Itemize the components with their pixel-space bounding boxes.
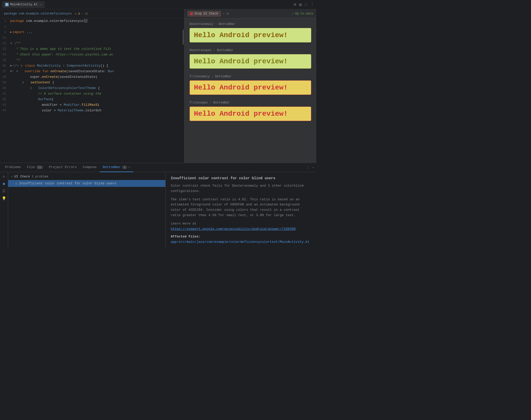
tritanomaly-label: Tritanomaly - BottomBar: [190, 75, 311, 78]
tab-project-errors[interactable]: Project Errors: [46, 163, 80, 172]
scroll-handle: [183, 29, 184, 45]
learn-more-text: Learn more at https://support.google.com…: [171, 221, 311, 232]
bottom-content: ↻ ◉ ☰ 💡 ∨ UI Check 1 problem ⚠ Insuffici…: [0, 172, 316, 249]
deuteranopes-section: Deuteranopes - BottomBar Hello Android p…: [190, 49, 311, 69]
preview-content[interactable]: Deuteranomaly - BottomBar Hello Android …: [184, 18, 316, 163]
tab-problems[interactable]: Problems: [2, 163, 24, 172]
tab-compose[interactable]: Compose: [80, 163, 100, 172]
check-icon: ✓: [292, 12, 294, 16]
deuteranopes-label: Deuteranopes - BottomBar: [190, 49, 311, 52]
dropdown-arrow-icon[interactable]: ▾: [223, 12, 225, 15]
eye-icon[interactable]: ◉: [3, 182, 5, 186]
bulb-icon[interactable]: 💡: [2, 196, 6, 201]
layout-icon[interactable]: ▤: [299, 2, 302, 7]
code-line: 44 color = MaterialTheme.colorSch: [0, 108, 184, 113]
breadcrumb: package com.example.colordeficiencyco: [4, 12, 72, 16]
affected-files-label: Affected Files:: [171, 235, 311, 238]
warning-badge: ⚠ 9: [75, 12, 80, 15]
up-to-date-label: Up-to-date: [295, 12, 313, 16]
detail-body1: Color contrast check fails for Deuterano…: [171, 183, 311, 194]
main-activity-tab[interactable]: K MainActivity.kt ✕: [2, 1, 45, 8]
deuteranomaly-section: Deuteranomaly - BottomBar Hello Android …: [190, 22, 311, 42]
code-line: 34 * Check this paper: https://vision.ps…: [0, 52, 184, 57]
stop-icon: [190, 12, 193, 15]
tab-bar: K MainActivity.kt ✕ ⊞ ▤ ⬚ ⋮: [0, 0, 316, 9]
preview-toolbar: Stop UI Check ▾ ⊟ ✓ Up-to-date: [184, 9, 316, 18]
tab-filename: MainActivity.kt: [10, 3, 38, 6]
learn-more-link[interactable]: https://support.google.com/accessibility…: [171, 227, 295, 231]
deuteranomaly-card: Hello Android preview!: [190, 28, 311, 42]
code-line: 1 package com.example.colordeficiencyco⬛: [0, 18, 184, 24]
code-line: 40 ∨ ColorDeficiencyColorTestTheme {: [0, 85, 184, 91]
problems-list[interactable]: ∨ UI Check 1 problem ⚠ Insufficient colo…: [8, 172, 166, 249]
refresh-icon[interactable]: ↻: [3, 174, 5, 178]
up-to-date-status: ✓ Up-to-date: [292, 12, 313, 16]
bottom-panel: Problems File 21 Project Errors Compose …: [0, 163, 316, 249]
detail-title: Insufficient color contrast for color bl…: [171, 176, 311, 180]
left-sidebar: ↻ ◉ ☰ 💡: [0, 172, 8, 249]
problem-count: 1 problem: [32, 175, 48, 178]
ui-check-label: UI Check: [14, 175, 30, 178]
code-line: 43 modifier = Modifier.fillMaxSi: [0, 102, 184, 108]
code-line: 38 super.onCreate(savedInstanceState): [0, 74, 184, 80]
preview-panel: Stop UI Check ▾ ⊟ ✓ Up-to-date Deuterano…: [184, 9, 316, 163]
problem-description: Insufficient color contrast for color bl…: [19, 182, 116, 185]
affected-file-link[interactable]: app/src/main/java/com/example/colordefic…: [171, 240, 311, 244]
editor-header: package com.example.colordeficiencyco ⚠ …: [0, 9, 184, 18]
kotlin-file-icon: K: [5, 3, 9, 6]
editor-area: package com.example.colordeficiencyco ⚠ …: [0, 9, 184, 163]
deuteranopes-card: Hello Android preview!: [190, 54, 311, 69]
code-line: 41 // A surface container using the: [0, 91, 184, 97]
tritanopes-section: Tritanopes - BottomBar Hello Android pre…: [190, 101, 311, 121]
code-container[interactable]: 1 package com.example.colordeficiencyco⬛…: [0, 18, 184, 163]
deuteranomaly-label: Deuteranomaly - BottomBar: [190, 22, 311, 26]
bottombar-count-badge: 1: [122, 166, 127, 169]
code-line: 3 ▶import ...: [0, 29, 184, 35]
tritanomaly-section: Tritanomaly - BottomBar Hello Android pr…: [190, 75, 311, 95]
ok-badge: ✓ 12: [81, 12, 88, 15]
code-line: 36 ▶</> ∨ class MainActivity : Component…: [0, 63, 184, 69]
code-line: 35 */: [0, 57, 184, 63]
tab-file[interactable]: File 21: [24, 163, 46, 172]
bottombar-tab-close[interactable]: ✕: [129, 166, 130, 169]
toolbar-right: ⊞ ▤ ⬚ ⋮: [294, 2, 314, 7]
stop-button-label: Stop UI Check: [194, 12, 218, 16]
more-icon[interactable]: ⋮: [310, 2, 314, 7]
tritanopes-label: Tritanopes - BottomBar: [190, 101, 311, 104]
code-line: 32 ∨ /**: [0, 41, 184, 46]
tritanomaly-card: Hello Android preview!: [190, 80, 311, 95]
warning-icon: ⚠: [15, 182, 17, 185]
code-line: 2: [0, 24, 184, 29]
code-line: 37 ⊙↑ ∨ override fun onCreate(savedInsta…: [0, 69, 184, 74]
detail-panel: Insufficient color contrast for color bl…: [166, 172, 316, 249]
code-line: 31: [0, 35, 184, 41]
grid-icon[interactable]: ⊞: [294, 2, 296, 7]
list-icon[interactable]: ☰: [2, 189, 6, 193]
tab-close-button[interactable]: ✕: [40, 3, 42, 6]
problem-item[interactable]: ⚠ Insufficient color contrast for color …: [8, 180, 165, 187]
tritanopes-card: Hello Android preview!: [190, 107, 311, 121]
split-view-icon[interactable]: ⊟: [227, 11, 229, 16]
image-icon[interactable]: ⬚: [305, 2, 307, 7]
code-line: 39 ∨ setContent {: [0, 80, 184, 85]
bottom-tabs: Problems File 21 Project Errors Compose …: [0, 163, 316, 172]
chevron-down-icon: ∨: [11, 175, 13, 178]
file-count-badge: 21: [37, 166, 43, 169]
main-layout: package com.example.colordeficiencyco ⚠ …: [0, 9, 316, 163]
bottom-tab-actions: ⋮ —: [307, 165, 314, 170]
code-line: 33 * This is a demo app to test the colo…: [0, 46, 184, 52]
tab-bottombar[interactable]: BottomBar 1 ✕: [100, 163, 133, 172]
detail-body2: The item's text contrast ratio is 4.02. …: [171, 197, 311, 218]
code-line: 42 Surface(: [0, 97, 184, 102]
stop-ui-check-button[interactable]: Stop UI Check: [188, 11, 221, 17]
more-options-icon[interactable]: ⋮: [307, 165, 310, 170]
ui-check-header[interactable]: ∨ UI Check 1 problem: [8, 173, 165, 180]
minimize-icon[interactable]: —: [312, 166, 314, 170]
